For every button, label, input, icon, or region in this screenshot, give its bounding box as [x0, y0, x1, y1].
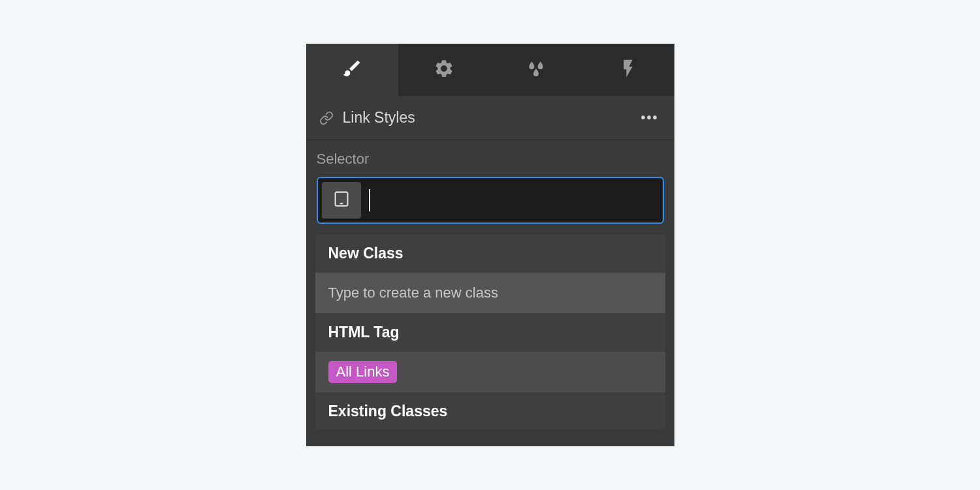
panel-header: Link Styles ••• [306, 96, 674, 140]
selector-section: Selector [306, 140, 674, 230]
dropdown-header-html-tag: HTML Tag [315, 313, 665, 352]
dropdown-header-existing: Existing Classes [315, 392, 665, 429]
ellipsis-icon: ••• [640, 110, 658, 125]
tag-pill-all-links: All Links [328, 361, 398, 383]
tab-style[interactable] [306, 44, 398, 96]
bolt-icon [618, 58, 639, 82]
selector-label: Selector [317, 151, 664, 168]
tab-settings[interactable] [398, 44, 490, 96]
text-cursor [369, 189, 370, 211]
tab-effects[interactable] [582, 44, 674, 96]
dropdown-header-new-class: New Class [315, 234, 665, 273]
link-icon [319, 111, 334, 125]
panel-tabs [306, 44, 674, 96]
dropdown-item-all-links[interactable]: All Links [315, 352, 665, 392]
selector-dropdown: New Class Type to create a new class HTM… [315, 234, 665, 429]
device-icon [332, 190, 351, 211]
dropdown-hint-new-class[interactable]: Type to create a new class [315, 273, 665, 313]
selector-input-container[interactable] [317, 177, 664, 224]
panel-title: Link Styles [343, 109, 629, 127]
brush-icon [341, 58, 362, 82]
gear-icon [434, 58, 454, 82]
more-button[interactable]: ••• [638, 108, 661, 128]
tab-interactions[interactable] [490, 44, 582, 96]
drops-icon [526, 58, 546, 82]
device-toggle[interactable] [322, 182, 361, 219]
style-panel: Link Styles ••• Selector New Class Type … [306, 44, 674, 446]
